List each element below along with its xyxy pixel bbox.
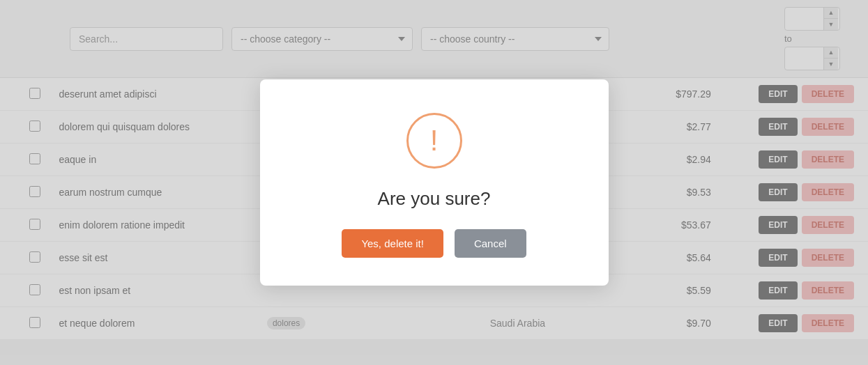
modal-buttons: Yes, delete it! Cancel	[342, 229, 526, 258]
modal-overlay[interactable]: ! Are you sure? Yes, delete it! Cancel	[0, 0, 868, 365]
cancel-button[interactable]: Cancel	[455, 229, 526, 258]
confirm-modal: ! Are you sure? Yes, delete it! Cancel	[260, 79, 609, 286]
modal-warning-icon-circle: !	[406, 113, 462, 169]
modal-title: Are you sure?	[378, 188, 491, 210]
confirm-delete-button[interactable]: Yes, delete it!	[342, 229, 443, 258]
modal-exclamation-icon: !	[430, 126, 439, 155]
